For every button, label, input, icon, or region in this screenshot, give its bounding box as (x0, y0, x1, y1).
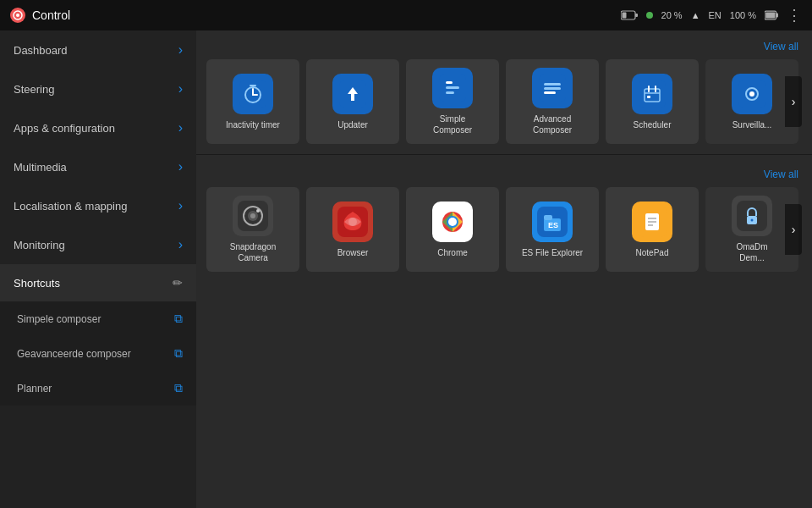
shortcuts-pencil-icon: ✏ (173, 276, 183, 290)
sidebar-item-dashboard[interactable]: Dashboard › (0, 30, 196, 69)
notepad-icon (632, 202, 672, 242)
surveillance-icon (732, 74, 772, 114)
advanced-icon (532, 68, 573, 108)
section1-app-grid: Inactivity timer Updater SimpleComposer (196, 56, 812, 154)
svg-rect-16 (446, 91, 454, 94)
topbar-right: 20 % ▲ EN 100 % ⋮ (621, 6, 802, 25)
app-tile-simple[interactable]: SimpleComposer (406, 59, 499, 144)
app-tile-scheduler[interactable]: Scheduler (606, 59, 699, 144)
app-tile-snapdragon[interactable]: SnapdragonCamera (206, 187, 299, 272)
section2-header: View all (196, 165, 812, 184)
sidebar-sub-item-geavanceerde[interactable]: Geavanceerde composer ⧉ (0, 336, 196, 371)
volume-percent: 100 % (730, 10, 756, 20)
svg-rect-17 (446, 81, 453, 84)
battery-percent: 20 % (661, 10, 683, 20)
svg-rect-20 (544, 87, 561, 90)
battery-icon (765, 10, 778, 20)
svg-rect-19 (544, 83, 561, 86)
omadm-icon (732, 196, 772, 236)
simple-label: SimpleComposer (430, 113, 475, 135)
svg-point-34 (250, 213, 255, 218)
notepad-label: NotePad (633, 247, 672, 258)
svg-rect-44 (544, 215, 552, 220)
svg-rect-15 (446, 86, 459, 89)
dashboard-arrow-icon: › (178, 42, 183, 58)
advanced-label: AdvancedComposer (529, 113, 575, 135)
surveillance-label: Surveilla... (729, 119, 776, 130)
monitoring-arrow-icon: › (178, 237, 183, 252)
section2-app-grid: SnapdragonCamera Browser Chrome (196, 184, 812, 282)
svg-point-30 (749, 91, 754, 97)
svg-rect-7 (765, 12, 775, 18)
apps-arrow-icon: › (178, 120, 183, 135)
section-divider (196, 154, 812, 155)
svg-text:ES: ES (548, 221, 558, 229)
sidebar-item-multimedia[interactable]: Multimedia › (0, 147, 196, 186)
svg-point-37 (348, 218, 357, 226)
app-logo (10, 8, 25, 23)
app-tile-inactivity[interactable]: Inactivity timer (206, 59, 299, 144)
multimedia-arrow-icon: › (178, 159, 183, 174)
section2-view-all[interactable]: View all (764, 168, 798, 180)
omadm-label: OmaDmDem... (732, 241, 771, 263)
app-tile-updater[interactable]: Updater (306, 59, 399, 144)
app-tile-advanced[interactable]: AdvancedComposer (506, 59, 599, 144)
section1-header: View all (196, 37, 812, 56)
es-icon: ES (532, 202, 573, 242)
scheduler-label: Scheduler (629, 119, 674, 130)
more-button[interactable]: ⋮ (787, 6, 802, 25)
sidebar-sub-item-simpele[interactable]: Simpele composer ⧉ (0, 301, 196, 336)
steering-arrow-icon: › (178, 81, 183, 97)
svg-rect-6 (776, 14, 778, 18)
svg-point-1 (16, 14, 19, 17)
es-label: ES File Explorer (518, 247, 586, 258)
app-tile-chrome[interactable]: Chrome (406, 187, 499, 272)
simple-icon (432, 68, 473, 108)
svg-rect-3 (635, 14, 638, 17)
chrome-label: Chrome (434, 247, 471, 258)
updater-icon (332, 74, 373, 114)
snapdragon-icon (233, 196, 273, 236)
sidebar-sub-item-planner[interactable]: Planner ⧉ (0, 371, 196, 406)
topbar-left: Control (10, 8, 70, 23)
svg-rect-27 (647, 96, 650, 98)
sidebar-item-apps[interactable]: Apps & configuration › (0, 108, 196, 147)
app-title: Control (32, 8, 70, 22)
app-tile-omadm[interactable]: OmaDmDem... › (705, 187, 798, 272)
svg-point-53 (751, 219, 754, 222)
geavanceerde-extlink-icon: ⧉ (174, 346, 183, 361)
main-layout: Dashboard › Steering › Apps & configurat… (0, 30, 812, 508)
svg-rect-21 (544, 91, 556, 94)
inactivity-icon (233, 74, 273, 114)
updater-label: Updater (334, 119, 371, 130)
browser-label: Browser (334, 247, 372, 258)
svg-point-35 (256, 209, 260, 213)
planner-extlink-icon: ⧉ (174, 381, 183, 395)
sidebar-item-steering[interactable]: Steering › (0, 69, 196, 108)
browser-icon (332, 202, 373, 242)
inactivity-label: Inactivity timer (222, 119, 283, 130)
app-tile-surveillance[interactable]: Surveilla... › (705, 59, 798, 144)
language: EN (709, 10, 721, 20)
scheduler-icon (632, 74, 672, 114)
section-1: View all Inactivity timer Updater (196, 30, 812, 154)
simpele-extlink-icon: ⧉ (174, 312, 183, 326)
sidebar-item-shortcuts[interactable]: Shortcuts ✏ (0, 264, 196, 301)
section-2: View all SnapdragonCamera Browser (196, 158, 812, 282)
svg-rect-22 (639, 80, 666, 108)
section1-view-all[interactable]: View all (764, 41, 798, 52)
topbar: Control 20 % ▲ EN 100 % ⋮ (0, 0, 812, 30)
sidebar-item-monitoring[interactable]: Monitoring › (0, 225, 196, 264)
sidebar: Dashboard › Steering › Apps & configurat… (0, 30, 196, 508)
app-tile-notepad[interactable]: NotePad (606, 187, 699, 272)
snapdragon-label: SnapdragonCamera (227, 241, 280, 263)
section1-next-arrow[interactable]: › (785, 76, 802, 127)
content-area: View all Inactivity timer Updater (196, 30, 812, 508)
sidebar-item-localisation[interactable]: Localisation & mapping › (0, 186, 196, 225)
section2-next-arrow[interactable]: › (785, 204, 802, 255)
battery-arrow: ▲ (691, 10, 700, 20)
svg-point-41 (448, 218, 457, 226)
app-tile-browser[interactable]: Browser (306, 187, 399, 272)
svg-rect-4 (622, 13, 626, 19)
app-tile-es[interactable]: ES ES File Explorer (506, 187, 599, 272)
